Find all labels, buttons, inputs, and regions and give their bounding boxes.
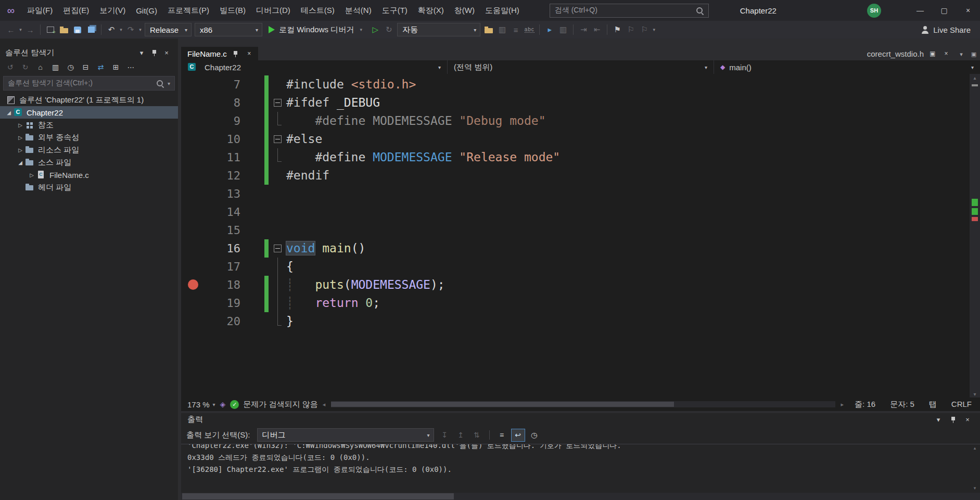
scroll-right-icon[interactable] — [841, 401, 844, 408]
open-file-icon[interactable] — [57, 23, 71, 36]
tree-item[interactable]: ▷FileName.c — [0, 169, 178, 181]
fold-margin[interactable] — [269, 130, 286, 148]
breakpoint-margin[interactable] — [181, 112, 201, 130]
collapse-all-icon[interactable] — [79, 61, 93, 73]
forward-icon[interactable] — [18, 61, 32, 73]
code-line[interactable]: 18┊ puts(MODEMESSAGE); — [181, 276, 980, 294]
search-icon[interactable] — [156, 80, 164, 87]
code-line[interactable]: 17{ — [181, 258, 980, 276]
breakpoint-margin[interactable] — [181, 185, 201, 203]
chevron-down-icon[interactable] — [18, 27, 23, 32]
breakpoint-dot[interactable] — [188, 279, 198, 290]
code-line[interactable]: 8#ifdef _DEBUG — [181, 94, 980, 112]
code-text[interactable]: #include <stdio.h> — [286, 75, 416, 94]
chevron-collapsed-icon[interactable]: ▷ — [16, 135, 25, 140]
close-window-button[interactable] — [956, 0, 980, 21]
previous-message-icon[interactable] — [454, 429, 468, 442]
start-without-debugging-icon[interactable] — [368, 23, 382, 36]
more-options-icon[interactable] — [124, 61, 138, 73]
maximize-button[interactable] — [932, 0, 956, 21]
code-editor[interactable]: 7#include <stdio.h>8#ifdef _DEBUG9 #defi… — [181, 74, 980, 398]
indent-mode-indicator[interactable]: 탭 — [929, 400, 937, 409]
code-line[interactable]: 7#include <stdio.h> — [181, 75, 980, 94]
pin-icon[interactable] — [231, 49, 240, 58]
chevron-collapsed-icon[interactable]: ▷ — [16, 147, 25, 153]
solution-search-input[interactable]: 솔루션 탐색기 검색(Ctrl+;) — [3, 76, 175, 91]
immediate-window-icon[interactable] — [509, 23, 523, 36]
live-share-button[interactable]: Live Share — [921, 25, 976, 34]
breakpoint-margin[interactable] — [181, 221, 201, 239]
toggle-bookmark-icon[interactable] — [610, 23, 624, 36]
scope-dropdown[interactable]: (전역 범위) — [448, 60, 714, 74]
find-in-files-icon[interactable] — [482, 23, 495, 36]
menu-item[interactable]: 확장(X) — [413, 0, 449, 21]
solution-platforms-dropdown[interactable]: x86 — [195, 23, 262, 36]
fold-collapse-icon[interactable] — [274, 99, 282, 107]
chevron-collapsed-icon[interactable]: ▷ — [27, 172, 36, 178]
horizontal-scrollbar[interactable] — [331, 401, 835, 407]
code-cleanup-icon[interactable] — [220, 400, 226, 408]
code-line[interactable]: 13 — [181, 185, 980, 203]
scroll-up-icon[interactable] — [974, 445, 976, 451]
save-all-icon[interactable] — [84, 23, 98, 36]
breakpoint-margin[interactable] — [181, 130, 201, 148]
chevron-down-icon[interactable] — [358, 27, 364, 32]
indent-icon[interactable] — [577, 23, 590, 36]
show-all-files-icon[interactable] — [109, 61, 123, 73]
navigate-back-icon[interactable] — [4, 23, 18, 36]
vertical-scrollbar[interactable] — [970, 74, 980, 398]
chevron-down-icon[interactable] — [168, 81, 170, 86]
breakpoint-margin[interactable] — [181, 239, 201, 258]
window-position-icon[interactable] — [135, 47, 148, 58]
menu-item[interactable]: 파일(F) — [22, 0, 58, 21]
code-text[interactable]: #define MODEMESSAGE "Debug mode" — [286, 112, 546, 130]
close-panel-icon[interactable] — [160, 47, 173, 58]
scrollbar-thumb[interactable] — [182, 493, 454, 499]
tree-item[interactable]: ▷참조 — [0, 119, 178, 131]
word-wrap-toggle-icon[interactable] — [511, 429, 525, 442]
code-line[interactable]: 16void main() — [181, 239, 980, 258]
output-log[interactable]: 'Chapter22.exe'(Win32): 'C:₩Windows₩SysW… — [181, 444, 980, 493]
code-text[interactable]: { — [286, 258, 294, 276]
output-source-dropdown[interactable]: 디버그 — [257, 428, 434, 442]
keep-open-icon[interactable] — [928, 49, 937, 58]
scroll-down-icon[interactable] — [973, 390, 976, 398]
code-text[interactable]: } — [286, 312, 294, 330]
fold-margin[interactable] — [269, 239, 286, 258]
menu-item[interactable]: Git(G) — [131, 0, 162, 21]
output-vertical-scrollbar[interactable] — [971, 445, 979, 491]
outdent-icon[interactable] — [590, 23, 604, 36]
window-layout-icon[interactable] — [968, 48, 980, 60]
go-to-message-icon[interactable] — [470, 429, 484, 442]
scroll-down-icon[interactable] — [974, 485, 976, 491]
code-line[interactable]: 12#endif — [181, 166, 980, 185]
minimize-button[interactable] — [908, 0, 932, 21]
chevron-collapsed-icon[interactable]: ▷ — [16, 122, 25, 128]
close-panel-icon[interactable] — [961, 414, 974, 426]
back-icon[interactable] — [3, 61, 17, 73]
fold-collapse-icon[interactable] — [274, 245, 282, 252]
code-text[interactable]: ┊ puts(MODEMESSAGE); — [286, 276, 445, 294]
menu-item[interactable]: 빌드(B) — [214, 0, 251, 21]
zoom-dropdown[interactable]: 173 % — [187, 400, 215, 409]
output-horizontal-scrollbar[interactable] — [181, 493, 980, 500]
new-project-icon[interactable] — [44, 23, 57, 36]
code-line[interactable]: 10#else — [181, 130, 980, 148]
hot-reload-icon[interactable] — [382, 23, 396, 36]
menu-item[interactable]: 테스트(S) — [296, 0, 340, 21]
scrollbar-thumb[interactable] — [331, 402, 673, 407]
document-health-indicator[interactable]: 문제가 검색되지 않음 — [230, 400, 317, 409]
clear-all-icon[interactable] — [495, 429, 509, 442]
breakpoints-window-icon[interactable] — [556, 23, 570, 36]
tree-item[interactable]: 헤더 파일 — [0, 181, 178, 194]
code-text[interactable]: void main() — [286, 239, 365, 258]
breakpoint-margin[interactable] — [181, 312, 201, 330]
breakpoint-margin[interactable] — [181, 294, 201, 312]
menu-item[interactable]: 편집(E) — [58, 0, 94, 21]
tree-item[interactable]: ▷외부 종속성 — [0, 131, 178, 144]
tree-item[interactable]: ◢소스 파일 — [0, 156, 178, 169]
tree-item[interactable]: 솔루션 'Chapter22' (1 프로젝트의 1) — [0, 94, 178, 106]
start-debugging-button[interactable]: 로컬 Windows 디버거 — [264, 23, 368, 36]
chevron-expanded-icon[interactable]: ◢ — [16, 160, 25, 165]
navigate-forward-icon[interactable] — [23, 23, 37, 36]
